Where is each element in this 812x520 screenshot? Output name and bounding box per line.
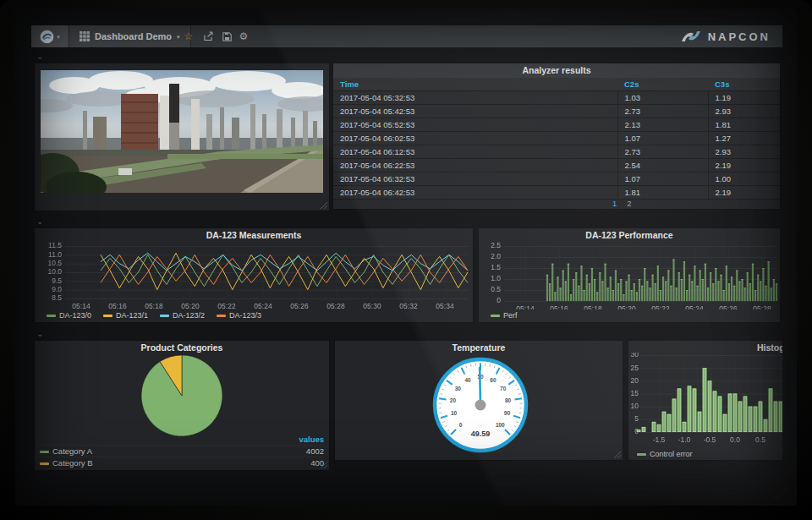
legend-label: Category A	[52, 446, 92, 456]
row3-collapse-chevron-icon[interactable]: ⌄	[36, 331, 43, 337]
gauge-tick-label: 40	[464, 377, 471, 383]
column-header[interactable]: C2s	[617, 78, 708, 91]
gear-icon: ⚙	[239, 30, 249, 42]
measurements-chart-canvas[interactable]	[35, 240, 473, 309]
share-icon	[203, 31, 214, 41]
legend-item[interactable]: DA-123/0	[47, 311, 91, 320]
table-cell: 2017-05-04 05:52:53	[333, 118, 617, 132]
gauge-needle	[480, 368, 480, 405]
temperature-panel: Temperature 010203040506070809010049.59	[334, 340, 623, 461]
table-cell: 2.54	[617, 159, 708, 172]
table-cell: 2.93	[708, 145, 780, 159]
dashboard-selector[interactable]: Dashboard Demo ▾	[69, 25, 191, 47]
gauge-tick-label: 30	[455, 386, 462, 391]
legend-item[interactable]: DA-123/1	[103, 311, 148, 320]
gauge-major-tick	[439, 398, 446, 399]
performance-panel: DA-123 Performance Perf	[478, 227, 781, 323]
legend-item[interactable]: Perf	[491, 311, 518, 320]
table-cell: 2.93	[708, 105, 780, 118]
legend-label: Control error	[650, 450, 693, 458]
gauge-tick-label: 100	[496, 422, 505, 428]
table-cell: 2017-05-04 06:02:53	[333, 132, 617, 145]
save-icon	[222, 32, 232, 41]
temperature-gauge: 010203040506070809010049.59	[430, 354, 531, 456]
histogram-panel: Histogram Control error	[628, 340, 782, 461]
legend-swatch	[160, 315, 169, 317]
panel-title[interactable]: DA-123 Performance	[479, 230, 780, 240]
table-cell: 2.19	[708, 159, 780, 172]
logo-caret-icon: ▾	[57, 34, 60, 40]
legend-item[interactable]: Control error	[637, 450, 693, 458]
screen: ▾ Dashboard Demo ▾ ☆ ⚙	[15, 8, 797, 506]
measurements-panel: DA-123 Measurements DA-123/0DA-123/1DA-1…	[34, 227, 474, 323]
table-row: 2017-05-04 06:02:531.071.27	[333, 132, 780, 145]
table-cell: 1.81	[617, 186, 708, 200]
legend-item[interactable]: DA-123/2	[160, 311, 205, 320]
table-cell: 1.27	[708, 132, 780, 145]
panel-resize-handle[interactable]	[614, 452, 621, 458]
brand-block: NAPCON	[672, 25, 779, 47]
performance-chart-canvas[interactable]	[479, 240, 780, 309]
legend-swatch	[47, 315, 56, 317]
table-row: 2017-05-04 06:12:532.732.93	[333, 145, 780, 159]
top-navbar: ▾ Dashboard Demo ▾ ☆ ⚙	[31, 25, 782, 47]
brand-name: NAPCON	[708, 30, 771, 43]
dashboard: ▾ Dashboard Demo ▾ ☆ ⚙	[15, 8, 782, 506]
column-header[interactable]: C3s	[708, 78, 780, 91]
share-button[interactable]	[200, 25, 217, 47]
legend-value: 4002	[306, 446, 324, 456]
pie-legend: valuesCategory A4002Category B400	[40, 435, 324, 468]
legend-swatch	[103, 315, 112, 317]
gauge-tick-label: 10	[451, 410, 458, 416]
star-button[interactable]: ☆	[180, 25, 197, 47]
analyzer-results-panel: Analyzer results TimeC2sC3s 2017-05-04 0…	[332, 63, 781, 210]
panel-title[interactable]: DA-123 Measurements	[35, 230, 473, 240]
column-header[interactable]: Time	[333, 78, 617, 91]
table-row: 2017-05-04 05:32:531.031.19	[333, 91, 780, 105]
table-cell: 1.81	[708, 118, 780, 132]
napcon-logo-icon	[680, 30, 702, 43]
legend-swatch	[40, 463, 49, 465]
image-panel	[34, 63, 330, 211]
table-cell: 1.03	[617, 91, 708, 105]
page-button-1[interactable]: 1	[612, 199, 617, 208]
row1-collapse-chevron-icon[interactable]: ⌄	[36, 53, 43, 60]
panel-title[interactable]: Temperature	[335, 342, 623, 353]
pie-chart[interactable]	[140, 353, 224, 438]
table-cell: 2017-05-04 06:12:53	[333, 145, 617, 159]
table-row: 2017-05-04 06:32:531.071.00	[333, 172, 780, 186]
gauge-tick-label: 90	[504, 410, 511, 416]
legend-label: Perf	[503, 311, 518, 320]
table-cell: 1.19	[708, 91, 780, 105]
histogram-chart-canvas[interactable]	[628, 353, 782, 446]
product-categories-panel: Product Categories valuesCategory A4002C…	[34, 340, 330, 471]
panel-resize-handle[interactable]	[321, 462, 327, 468]
legend-swatch	[217, 315, 226, 317]
legend-label: DA-123/0	[59, 311, 91, 320]
pie-legend-row[interactable]: Category A4002	[40, 445, 324, 457]
grafana-logo-button[interactable]: ▾	[31, 25, 69, 47]
table-row: 2017-05-04 05:42:532.732.93	[333, 105, 780, 118]
legend-swatch	[40, 451, 49, 453]
table-cell: 1.07	[617, 172, 708, 186]
gauge-tick-label: 0	[459, 422, 463, 428]
analyzer-results-table: TimeC2sC3s 2017-05-04 05:32:531.031.1920…	[333, 78, 780, 200]
page-button-2[interactable]: 2	[627, 199, 631, 208]
legend-item[interactable]: DA-123/3	[217, 311, 261, 320]
gauge-tick-label: 20	[450, 397, 457, 403]
panel-title[interactable]: Analyzer results	[333, 63, 780, 78]
save-button[interactable]	[218, 25, 235, 47]
panel-title[interactable]: Product Categories	[35, 342, 329, 353]
settings-button[interactable]: ⚙	[235, 25, 252, 47]
gauge-value: 49.59	[471, 430, 491, 438]
dashboard-grid-icon	[80, 31, 90, 41]
table-cell: 1.00	[708, 172, 780, 186]
table-row: 2017-05-04 06:42:531.812.19	[333, 186, 780, 200]
performance-legend: Perf	[491, 311, 518, 320]
row2-collapse-chevron-icon[interactable]: ⌄	[36, 218, 43, 225]
panel-title[interactable]: Histogram	[628, 342, 782, 353]
pie-legend-row[interactable]: Category B400	[40, 457, 324, 468]
panel-resize-handle[interactable]	[321, 202, 327, 209]
table-cell: 2.73	[617, 145, 708, 159]
table-cell: 2.19	[708, 186, 780, 200]
